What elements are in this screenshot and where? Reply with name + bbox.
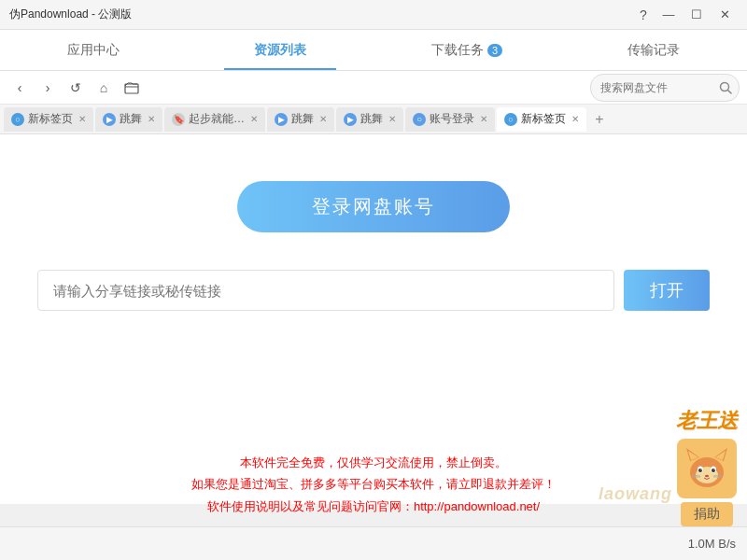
add-tab-button[interactable]: + [588, 108, 611, 131]
main-tab-bar: 应用中心 资源列表 下载任务 3 传输记录 [0, 30, 747, 71]
tab-icon-1: ○ [11, 113, 24, 126]
tab-download-tasks[interactable]: 下载任务 3 [374, 30, 560, 70]
svg-point-14 [713, 469, 714, 469]
search-input[interactable] [591, 77, 712, 98]
mascot-area: 老王送 [676, 407, 738, 526]
tab-transfer-records[interactable]: 传输记录 [560, 30, 747, 70]
browser-tab-4[interactable]: ▶ 跳舞 ✕ [267, 107, 334, 132]
tab-close-3[interactable]: ✕ [250, 114, 258, 124]
login-button[interactable]: 登录网盘账号 [237, 181, 510, 232]
back-button[interactable]: ‹ [7, 76, 32, 100]
tab-close-4[interactable]: ✕ [319, 114, 327, 124]
download-badge: 3 [487, 44, 502, 57]
tab-app-center[interactable]: 应用中心 [0, 30, 187, 70]
svg-rect-0 [125, 84, 138, 93]
window-controls: ? — ☐ ✕ [633, 5, 738, 25]
donate-button[interactable]: 捐助 [681, 502, 733, 526]
browser-tab-6[interactable]: ○ 账号登录 ✕ [405, 107, 495, 132]
tab-close-1[interactable]: ✕ [78, 114, 86, 124]
download-speed: 1.0M B/s [688, 537, 736, 551]
tab-close-5[interactable]: ✕ [388, 114, 396, 124]
help-button[interactable]: ? [633, 5, 654, 25]
maximize-button[interactable]: ☐ [684, 5, 710, 25]
open-file-button[interactable] [120, 76, 144, 100]
tab-close-6[interactable]: ✕ [480, 114, 487, 124]
minimize-button[interactable]: — [655, 5, 682, 25]
title-bar: 伪Pandownload - 公测版 ? — ☐ ✕ [0, 0, 747, 30]
browser-tabs-bar: ○ 新标签页 ✕ ▶ 跳舞 ✕ 🔖 起步就能… ✕ ▶ 跳舞 ✕ ▶ 跳舞 ✕ … [0, 105, 747, 134]
tab-close-7[interactable]: ✕ [571, 114, 579, 124]
close-button[interactable]: ✕ [712, 5, 738, 25]
tab-icon-3: 🔖 [172, 113, 185, 126]
svg-line-2 [728, 90, 732, 93]
browser-tab-1[interactable]: ○ 新标签页 ✕ [4, 107, 93, 132]
footer-notice: 本软件完全免费，仅供学习交流使用，禁止倒卖。 如果您是通过淘宝、拼多多等平台购买… [0, 442, 747, 526]
url-area: 打开 [37, 270, 710, 311]
tab-icon-2: ▶ [103, 113, 116, 126]
home-button[interactable]: ⌂ [92, 76, 116, 100]
notice-line-1: 本软件完全免费，仅供学习交流使用，禁止倒卖。 [9, 452, 738, 473]
browser-tab-2[interactable]: ▶ 跳舞 ✕ [95, 107, 162, 132]
svg-point-13 [700, 469, 701, 469]
tab-resource-list[interactable]: 资源列表 [187, 30, 374, 70]
window-title: 伪Pandownload - 公测版 [9, 7, 633, 22]
search-button[interactable] [712, 75, 739, 101]
notice-line-2: 如果您是通过淘宝、拼多多等平台购买本软件，请立即退款并差评！ [9, 473, 738, 495]
search-area [590, 74, 740, 102]
svg-point-15 [705, 475, 709, 477]
browser-toolbar: ‹ › ↺ ⌂ [0, 71, 747, 105]
url-input[interactable] [37, 270, 614, 311]
browser-tab-3[interactable]: 🔖 起步就能… ✕ [164, 107, 265, 132]
mascot-image [677, 439, 737, 498]
tab-close-2[interactable]: ✕ [148, 114, 155, 124]
status-bar: 1.0M B/s [0, 526, 747, 560]
fox-icon [679, 441, 735, 497]
browser-tab-7[interactable]: ○ 新标签页 ✕ [497, 107, 586, 132]
open-button[interactable]: 打开 [624, 270, 710, 311]
tab-icon-7: ○ [504, 113, 517, 126]
forward-button[interactable]: › [35, 76, 60, 100]
tab-icon-5: ▶ [344, 113, 357, 126]
tab-icon-4: ▶ [275, 113, 288, 126]
tab-icon-6: ○ [413, 113, 426, 126]
notice-line-3: 软件使用说明以及常见问题访问官网：http://pandownload.net/ [9, 496, 738, 517]
mascot-label: 老王送 [676, 407, 738, 435]
browser-tab-5[interactable]: ▶ 跳舞 ✕ [336, 107, 403, 132]
refresh-button[interactable]: ↺ [63, 76, 88, 100]
